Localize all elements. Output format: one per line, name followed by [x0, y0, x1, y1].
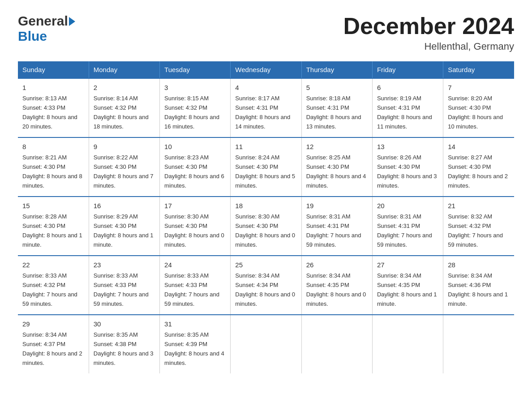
calendar-cell: 29 Sunrise: 8:34 AMSunset: 4:37 PMDaylig…: [18, 315, 89, 373]
day-info: Sunrise: 8:30 AMSunset: 4:30 PMDaylight:…: [235, 213, 295, 248]
day-number: 15: [22, 201, 84, 211]
col-saturday: Saturday: [443, 61, 514, 78]
calendar-cell: 1 Sunrise: 8:13 AMSunset: 4:33 PMDayligh…: [18, 78, 89, 137]
logo: General Blue: [18, 13, 75, 44]
day-number: 2: [94, 82, 155, 93]
day-info: Sunrise: 8:22 AMSunset: 4:30 PMDaylight:…: [94, 154, 154, 189]
calendar-cell: [443, 315, 514, 373]
calendar-cell: [301, 315, 372, 373]
day-info: Sunrise: 8:34 AMSunset: 4:35 PMDaylight:…: [377, 272, 437, 307]
calendar-cell: 24 Sunrise: 8:33 AMSunset: 4:33 PMDaylig…: [160, 256, 231, 315]
day-info: Sunrise: 8:13 AMSunset: 4:33 PMDaylight:…: [22, 95, 77, 130]
calendar-cell: 23 Sunrise: 8:33 AMSunset: 4:33 PMDaylig…: [89, 256, 159, 315]
day-info: Sunrise: 8:18 AMSunset: 4:31 PMDaylight:…: [306, 95, 361, 130]
day-number: 16: [94, 201, 155, 211]
col-monday: Monday: [89, 61, 159, 78]
day-number: 8: [22, 141, 84, 152]
calendar-cell: 19 Sunrise: 8:31 AMSunset: 4:31 PMDaylig…: [301, 197, 372, 256]
day-info: Sunrise: 8:19 AMSunset: 4:31 PMDaylight:…: [377, 95, 432, 130]
calendar-body: 1 Sunrise: 8:13 AMSunset: 4:33 PMDayligh…: [18, 78, 514, 373]
calendar-cell: 25 Sunrise: 8:34 AMSunset: 4:34 PMDaylig…: [231, 256, 301, 315]
day-info: Sunrise: 8:33 AMSunset: 4:33 PMDaylight:…: [164, 272, 219, 307]
day-number: 12: [306, 141, 368, 152]
day-info: Sunrise: 8:33 AMSunset: 4:33 PMDaylight:…: [94, 272, 149, 307]
day-info: Sunrise: 8:31 AMSunset: 4:31 PMDaylight:…: [377, 213, 432, 248]
calendar-week-row: 8 Sunrise: 8:21 AMSunset: 4:30 PMDayligh…: [18, 137, 514, 197]
day-number: 7: [448, 82, 510, 93]
day-number: 20: [377, 201, 438, 211]
day-info: Sunrise: 8:28 AMSunset: 4:30 PMDaylight:…: [22, 213, 82, 248]
day-number: 1: [22, 82, 84, 93]
calendar-cell: [372, 315, 443, 373]
calendar-cell: 7 Sunrise: 8:20 AMSunset: 4:30 PMDayligh…: [443, 78, 514, 137]
calendar-cell: 10 Sunrise: 8:23 AMSunset: 4:30 PMDaylig…: [160, 137, 231, 197]
calendar-cell: 8 Sunrise: 8:21 AMSunset: 4:30 PMDayligh…: [18, 137, 89, 197]
day-number: 21: [448, 201, 510, 211]
day-info: Sunrise: 8:34 AMSunset: 4:35 PMDaylight:…: [306, 272, 366, 307]
logo-blue-text: Blue: [18, 29, 47, 43]
day-info: Sunrise: 8:34 AMSunset: 4:34 PMDaylight:…: [235, 272, 295, 307]
day-info: Sunrise: 8:30 AMSunset: 4:30 PMDaylight:…: [164, 213, 224, 248]
page-subtitle: Hellenthal, Germany: [343, 41, 514, 52]
day-number: 29: [22, 319, 84, 329]
day-number: 11: [235, 141, 296, 152]
calendar-cell: 28 Sunrise: 8:34 AMSunset: 4:36 PMDaylig…: [443, 256, 514, 315]
day-info: Sunrise: 8:15 AMSunset: 4:32 PMDaylight:…: [164, 95, 219, 130]
logo-arrow-icon: [69, 17, 75, 26]
day-info: Sunrise: 8:23 AMSunset: 4:30 PMDaylight:…: [164, 154, 224, 189]
calendar-cell: 9 Sunrise: 8:22 AMSunset: 4:30 PMDayligh…: [89, 137, 159, 197]
day-number: 14: [448, 141, 510, 152]
page-header: General Blue December 2024 Hellenthal, G…: [18, 13, 514, 52]
calendar-cell: 20 Sunrise: 8:31 AMSunset: 4:31 PMDaylig…: [372, 197, 443, 256]
day-number: 26: [306, 260, 368, 270]
calendar-cell: 14 Sunrise: 8:27 AMSunset: 4:30 PMDaylig…: [443, 137, 514, 197]
day-info: Sunrise: 8:17 AMSunset: 4:31 PMDaylight:…: [235, 95, 290, 130]
calendar-week-row: 15 Sunrise: 8:28 AMSunset: 4:30 PMDaylig…: [18, 197, 514, 256]
day-info: Sunrise: 8:24 AMSunset: 4:30 PMDaylight:…: [235, 154, 295, 189]
header-row: Sunday Monday Tuesday Wednesday Thursday…: [18, 61, 514, 78]
day-info: Sunrise: 8:14 AMSunset: 4:32 PMDaylight:…: [94, 95, 149, 130]
calendar-cell: 13 Sunrise: 8:26 AMSunset: 4:30 PMDaylig…: [372, 137, 443, 197]
col-friday: Friday: [372, 61, 443, 78]
logo-general-text: General: [18, 13, 68, 29]
col-wednesday: Wednesday: [231, 61, 301, 78]
day-number: 18: [235, 201, 296, 211]
calendar-cell: 6 Sunrise: 8:19 AMSunset: 4:31 PMDayligh…: [372, 78, 443, 137]
day-number: 5: [306, 82, 368, 93]
day-number: 17: [164, 201, 226, 211]
calendar-header: Sunday Monday Tuesday Wednesday Thursday…: [18, 61, 514, 78]
calendar-cell: 17 Sunrise: 8:30 AMSunset: 4:30 PMDaylig…: [160, 197, 231, 256]
day-number: 30: [94, 319, 155, 329]
day-info: Sunrise: 8:25 AMSunset: 4:30 PMDaylight:…: [306, 154, 366, 189]
calendar-cell: 5 Sunrise: 8:18 AMSunset: 4:31 PMDayligh…: [301, 78, 372, 137]
page-title: December 2024: [343, 13, 514, 39]
day-number: 6: [377, 82, 438, 93]
col-thursday: Thursday: [301, 61, 372, 78]
day-info: Sunrise: 8:29 AMSunset: 4:30 PMDaylight:…: [94, 213, 154, 248]
calendar-cell: 30 Sunrise: 8:35 AMSunset: 4:38 PMDaylig…: [89, 315, 159, 373]
day-number: 10: [164, 141, 226, 152]
calendar-cell: 15 Sunrise: 8:28 AMSunset: 4:30 PMDaylig…: [18, 197, 89, 256]
col-tuesday: Tuesday: [160, 61, 231, 78]
day-info: Sunrise: 8:35 AMSunset: 4:38 PMDaylight:…: [94, 331, 154, 366]
calendar-cell: 22 Sunrise: 8:33 AMSunset: 4:32 PMDaylig…: [18, 256, 89, 315]
day-number: 22: [22, 260, 84, 270]
calendar-cell: 16 Sunrise: 8:29 AMSunset: 4:30 PMDaylig…: [89, 197, 159, 256]
day-info: Sunrise: 8:35 AMSunset: 4:39 PMDaylight:…: [164, 331, 224, 366]
calendar-week-row: 22 Sunrise: 8:33 AMSunset: 4:32 PMDaylig…: [18, 256, 514, 315]
day-number: 25: [235, 260, 296, 270]
day-number: 31: [164, 319, 226, 329]
calendar-cell: 3 Sunrise: 8:15 AMSunset: 4:32 PMDayligh…: [160, 78, 231, 137]
day-number: 19: [306, 201, 368, 211]
calendar-week-row: 29 Sunrise: 8:34 AMSunset: 4:37 PMDaylig…: [18, 315, 514, 373]
calendar-cell: 31 Sunrise: 8:35 AMSunset: 4:39 PMDaylig…: [160, 315, 231, 373]
col-sunday: Sunday: [18, 61, 89, 78]
day-number: 13: [377, 141, 438, 152]
day-number: 27: [377, 260, 438, 270]
calendar-cell: 21 Sunrise: 8:32 AMSunset: 4:32 PMDaylig…: [443, 197, 514, 256]
day-number: 3: [164, 82, 226, 93]
day-info: Sunrise: 8:21 AMSunset: 4:30 PMDaylight:…: [22, 154, 82, 189]
day-number: 4: [235, 82, 296, 93]
day-info: Sunrise: 8:34 AMSunset: 4:36 PMDaylight:…: [448, 272, 508, 307]
calendar-cell: 11 Sunrise: 8:24 AMSunset: 4:30 PMDaylig…: [231, 137, 301, 197]
